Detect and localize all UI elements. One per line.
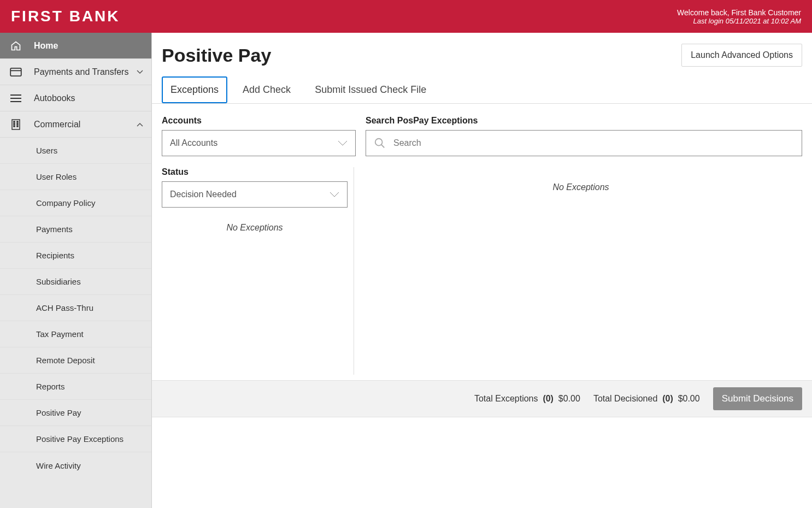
total-exceptions-label: Total Exceptions [474,394,538,403]
sidebar-label: Commercial [34,120,136,129]
svg-line-13 [381,145,385,148]
svg-rect-7 [17,121,18,122]
submit-decisions-button[interactable]: Submit Decisions [713,387,802,410]
sidebar-item-reports[interactable]: Reports [0,374,151,400]
total-decisioned-amount: $0.00 [678,394,700,403]
page-header: Positive Pay Launch Advanced Options [152,33,812,67]
top-header: FIRST BANK Welcome back, First Bank Cust… [0,0,812,33]
svg-rect-8 [14,123,15,125]
sidebar-label: Autobooks [34,93,144,103]
total-decisioned-label: Total Decisioned [593,394,657,403]
no-exceptions-left: No Exceptions [162,223,348,233]
total-exceptions: Total Exceptions (0) $0.00 [474,394,580,404]
page-title: Positive Pay [162,45,271,66]
sidebar-item-ach-pass-thru[interactable]: ACH Pass-Thru [0,295,151,321]
svg-rect-10 [14,126,15,127]
svg-rect-0 [10,68,21,75]
filter-row: Accounts All Accounts Search PosPay Exce… [152,104,812,156]
total-exceptions-amount: $0.00 [558,394,580,403]
sidebar-label: Payments and Transfers [34,67,136,77]
sidebar-item-positive-pay-exceptions[interactable]: Positive Pay Exceptions [0,426,151,452]
svg-rect-9 [17,123,18,125]
sidebar-item-payments-transfers[interactable]: Payments and Transfers [0,59,151,85]
total-decisioned: Total Decisioned (0) $0.00 [593,394,700,404]
status-select[interactable]: Decision Needed [162,181,348,208]
sidebar-item-home[interactable]: Home [0,33,151,59]
welcome-text: Welcome back, First Bank Customer [677,8,801,17]
no-exceptions-right: No Exceptions [360,182,802,192]
menu-icon [10,92,22,104]
total-exceptions-count: (0) [543,394,554,403]
tab-submit-issued-check-file[interactable]: Submit Issued Check File [306,76,435,103]
right-panel: No Exceptions [354,167,802,375]
last-login-text: Last login 05/11/2021 at 10:02 AM [677,17,801,25]
search-label: Search PosPay Exceptions [366,116,802,126]
sidebar-item-autobooks[interactable]: Autobooks [0,85,151,111]
search-filter: Search PosPay Exceptions [366,116,802,156]
left-panel: Status Decision Needed No Exceptions [162,167,354,375]
main-content: Positive Pay Launch Advanced Options Exc… [152,33,812,508]
sidebar-item-subsidiaries[interactable]: Subsidiaries [0,269,151,295]
chevron-down-icon [136,68,144,76]
card-icon [10,66,22,78]
accounts-value: All Accounts [170,138,338,148]
sidebar-item-commercial[interactable]: Commercial [0,111,151,138]
launch-advanced-options-button[interactable]: Launch Advanced Options [681,44,802,67]
sidebar-item-wire-activity[interactable]: Wire Activity [0,452,151,479]
building-icon [10,119,22,131]
chevron-down-icon [329,192,339,197]
svg-rect-6 [14,121,15,122]
sidebar-submenu-commercial: Users User Roles Company Policy Payments… [0,138,151,479]
tab-add-check[interactable]: Add Check [234,76,299,103]
sidebar-item-recipients[interactable]: Recipients [0,243,151,269]
chevron-up-icon [136,121,144,128]
sidebar-label: Home [34,41,144,51]
total-decisioned-count: (0) [662,394,673,403]
tab-bar: Exceptions Add Check Submit Issued Check… [152,76,812,104]
search-input[interactable] [393,138,794,148]
sidebar-item-positive-pay[interactable]: Positive Pay [0,400,151,426]
sidebar-item-remote-deposit[interactable]: Remote Deposit [0,347,151,374]
accounts-filter: Accounts All Accounts [162,116,356,156]
footer-action-bar: Total Exceptions (0) $0.00 Total Decisio… [152,380,812,417]
svg-point-12 [375,139,383,146]
accounts-select[interactable]: All Accounts [162,130,356,156]
chevron-down-icon [338,140,348,146]
panel-split: Status Decision Needed No Exceptions No … [152,167,812,375]
sidebar-item-company-policy[interactable]: Company Policy [0,190,151,216]
tab-exceptions[interactable]: Exceptions [162,76,227,103]
status-label: Status [162,167,354,177]
home-icon [10,40,22,52]
accounts-label: Accounts [162,116,356,126]
bank-logo: FIRST BANK [11,8,120,25]
svg-rect-11 [17,126,18,127]
sidebar: Home Payments and Transfers Autobooks Co… [0,33,152,508]
sidebar-item-payments[interactable]: Payments [0,216,151,243]
sidebar-item-user-roles[interactable]: User Roles [0,164,151,190]
status-value: Decision Needed [170,190,329,199]
search-box[interactable] [366,130,802,156]
search-icon [374,137,386,149]
sidebar-item-users[interactable]: Users [0,138,151,164]
svg-rect-5 [12,120,20,129]
header-user-info: Welcome back, First Bank Customer Last l… [677,8,801,25]
sidebar-item-tax-payment[interactable]: Tax Payment [0,321,151,347]
